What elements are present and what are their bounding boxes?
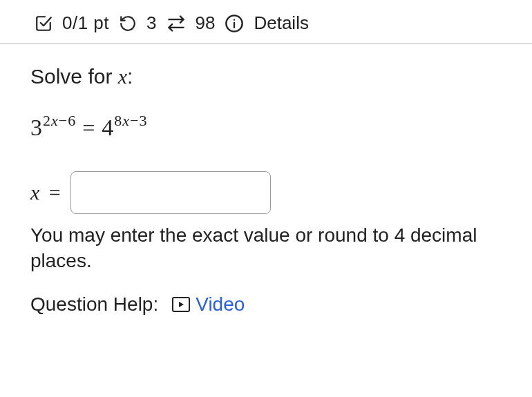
play-icon <box>172 297 190 312</box>
video-help-link[interactable]: Video <box>172 293 245 316</box>
details-link[interactable]: Details <box>254 12 308 34</box>
score-text: 0/1 pt <box>62 12 109 34</box>
question-prompt: Solve for x: <box>30 65 502 88</box>
question-body: Solve for x: 32x−6 = 48x−3 x = You may e… <box>0 44 532 329</box>
svg-point-2 <box>234 19 235 20</box>
info-icon[interactable] <box>225 14 244 33</box>
swap-icon <box>167 14 186 33</box>
undo-icon <box>119 14 137 32</box>
help-label: Question Help: <box>30 293 158 316</box>
attempts-value: 3 <box>146 12 156 34</box>
retries-value: 98 <box>196 12 216 34</box>
svg-marker-3 <box>179 302 184 307</box>
question-header: 0/1 pt 3 98 Details <box>0 0 532 44</box>
answer-hint: You may enter the exact value or round t… <box>30 222 502 275</box>
equation-display: 32x−6 = 48x−3 <box>30 113 502 141</box>
prompt-variable: x <box>118 65 127 88</box>
answer-input[interactable] <box>70 171 271 214</box>
answer-row: x = <box>30 171 502 214</box>
checkbox-icon <box>35 14 53 32</box>
answer-label: x = <box>30 181 61 204</box>
help-row: Question Help: Video <box>30 293 502 316</box>
